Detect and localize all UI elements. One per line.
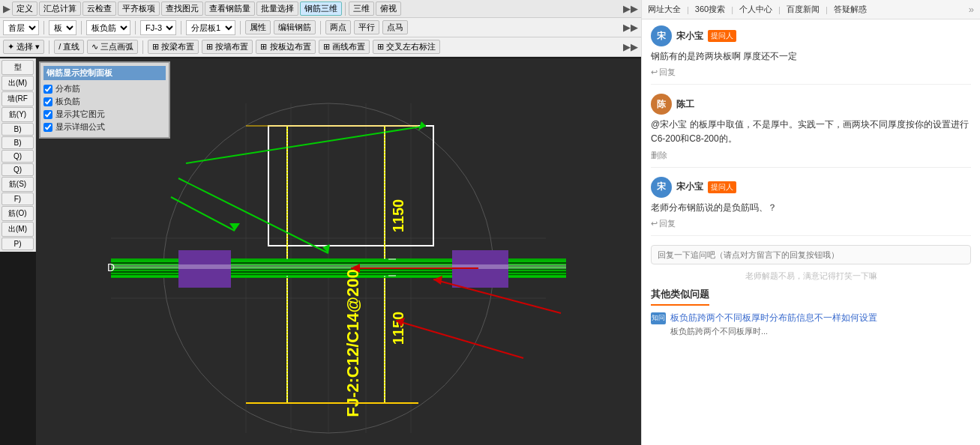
comment-1-header: 陈 陈工	[651, 94, 971, 115]
btn-top-view[interactable]: 俯视	[376, 1, 401, 16]
reply-input-area	[651, 245, 971, 264]
left-btn-6[interactable]: Q)	[1, 150, 34, 163]
left-btn-11[interactable]: 出(M)	[1, 222, 34, 237]
btn-select[interactable]: ✦ 选择 ▾	[3, 40, 44, 54]
btn-calc[interactable]: 汇总计算	[39, 1, 81, 16]
comment-1-avatar: 陈	[651, 94, 672, 115]
comment-1-delete[interactable]: 删除	[651, 150, 971, 161]
left-btn-5[interactable]: B)	[1, 136, 34, 149]
left-btn-9[interactable]: F)	[1, 193, 34, 205]
rebar-type-select[interactable]: 板负筋	[86, 20, 130, 35]
left-btn-1[interactable]: 出(M)	[1, 76, 34, 91]
toolbar-row3: ✦ 选择 ▾ / 直线 ∿ 三点画弧 ⊞ 按梁布置 ⊞ 按墙布置 ⊞ 按板边布置…	[0, 37, 641, 57]
nav-personal[interactable]: 个人中心	[739, 4, 772, 15]
cad-area: ▶ 定义 汇总计算 云检查 平齐板项 查找图元 查看钢筋量 批量选择 钢筋三维 …	[0, 0, 641, 445]
left-btn-3[interactable]: 筋(Y)	[1, 107, 34, 122]
dimension2: 1150	[390, 312, 406, 345]
reply-input[interactable]	[651, 245, 971, 264]
checkbox-row-1: 板负筋	[43, 96, 166, 107]
control-panel-title: 钢筋显示控制面板	[43, 66, 166, 80]
btn-3d-rebar[interactable]: 钢筋三维	[300, 1, 342, 16]
right-top-nav: 网址大全 | 360搜索 | 个人中心 | 百度新闻 | 答疑解惑 »	[642, 0, 980, 19]
checkbox-neg-rebar[interactable]	[43, 97, 52, 106]
comment-0-tag: 提问人	[708, 30, 736, 42]
expand-icon[interactable]: ▶	[3, 3, 10, 14]
left-toolbar: 型 出(M) 墙(RF 筋(Y) B) B) Q) Q) 筋(S) F) 筋(O…	[0, 58, 36, 252]
btn-line[interactable]: / 直线	[54, 40, 84, 54]
nav-more-icon[interactable]: »	[969, 4, 974, 15]
comment-2: 宋 宋小宝 提问人 老师分布钢筋说的是负筋吗、？ ↩ 回复	[651, 177, 971, 236]
btn-two-point[interactable]: 两点	[325, 20, 351, 34]
btn-by-edge[interactable]: ⊞ 按板边布置	[256, 40, 315, 54]
nav-site-nav[interactable]: 网址大全	[648, 4, 681, 15]
nav-answers[interactable]: 答疑解惑	[834, 4, 867, 15]
type-select[interactable]: 板	[49, 20, 76, 35]
btn-by-wall[interactable]: ⊞ 按墙布置	[202, 40, 253, 54]
similar-link-0[interactable]: 板负筋跨两个不同板厚时分布筋信息不一样如何设置	[670, 312, 877, 324]
more-icon[interactable]: ▶▶	[623, 3, 638, 14]
btn-arc[interactable]: ∿ 三点画弧	[87, 40, 138, 54]
comment-2-header: 宋 宋小宝 提问人	[651, 177, 971, 198]
comment-0-user: 宋小宝	[676, 30, 703, 43]
left-btn-10[interactable]: 筋(O)	[1, 206, 34, 221]
btn-point-m[interactable]: 点马	[382, 20, 408, 34]
label-neg-rebar: 板负筋	[55, 96, 80, 107]
right-content: 宋 宋小宝 提问人 钢筋有的是跨两块板啊 厚度还不一定 ↩ 回复 陈 陈工 @宋…	[642, 19, 980, 445]
toolbar-area: ▶ 定义 汇总计算 云检查 平齐板项 查找图元 查看钢筋量 批量选择 钢筋三维 …	[0, 0, 641, 57]
label-distribute: 分布筋	[55, 83, 80, 94]
btn-define[interactable]: 定义	[12, 1, 37, 16]
left-btn-7[interactable]: Q)	[1, 163, 34, 176]
btn-batch[interactable]: 批量选择	[256, 1, 298, 16]
btn-parallel[interactable]: 平行	[354, 20, 379, 34]
left-btn-8[interactable]: 筋(S)	[1, 177, 34, 192]
left-btn-2[interactable]: 墙(RF	[1, 91, 34, 106]
layer-select[interactable]: 分层板1	[186, 20, 235, 35]
checkbox-row-2: 显示其它图元	[43, 109, 166, 120]
sep3	[81, 21, 82, 34]
sep6	[240, 21, 241, 34]
btn-by-beam[interactable]: ⊞ 按梁布置	[148, 40, 199, 54]
svg-rect-24	[111, 264, 566, 269]
similar-title: 其他类似问题	[651, 288, 709, 306]
comment-2-user: 宋小宝	[676, 181, 703, 193]
floor-select[interactable]: 首层	[3, 20, 39, 35]
btn-props[interactable]: 属性	[245, 20, 271, 34]
comment-0-avatar: 宋	[651, 25, 672, 46]
btn-cross-mark[interactable]: ⊞ 交叉左右标注	[373, 40, 440, 54]
btn-find[interactable]: 查找图元	[161, 1, 203, 16]
btn-cloud[interactable]: 云检查	[82, 1, 116, 16]
checkbox-formula[interactable]	[43, 123, 52, 132]
more3-icon[interactable]: ▶▶	[623, 41, 638, 52]
checkbox-row-3: 显示详细公式	[43, 121, 166, 133]
comment-0-reply[interactable]: ↩ 回复	[651, 67, 971, 78]
label-formula: 显示详细公式	[55, 121, 105, 133]
left-btn-4[interactable]: B)	[1, 123, 34, 136]
sep5	[181, 21, 181, 34]
rebar-label: FJ-2:C12/C14@200	[343, 269, 362, 417]
nav-360-search[interactable]: 360搜索	[695, 4, 725, 15]
sep7	[320, 21, 321, 34]
btn-draw-line[interactable]: ⊞ 画线布置	[319, 40, 370, 54]
left-btn-0[interactable]: 型	[1, 60, 34, 75]
checkbox-row-0: 分布筋	[43, 83, 166, 94]
rebar-name-select[interactable]: FJ-3	[140, 20, 176, 35]
left-btn-12[interactable]: P)	[1, 237, 34, 250]
right-panel: 网址大全 | 360搜索 | 个人中心 | 百度新闻 | 答疑解惑 » 宋 宋小…	[641, 0, 980, 445]
control-panel: 钢筋显示控制面板 分布筋 板负筋 显示其它图元 显示详细公式	[39, 61, 170, 139]
btn-edit-rebar[interactable]: 编辑钢筋	[274, 20, 316, 34]
btn-view-qty[interactable]: 查看钢筋量	[205, 1, 255, 16]
d-label: D	[107, 261, 115, 273]
toolbar-row2: 首层 板 板负筋 FJ-3 分层板1 属性 编辑钢筋 两点 平行	[0, 18, 641, 37]
more2-icon[interactable]: ▶▶	[623, 22, 638, 33]
comment-1-text: @宋小宝 的板厚中取值，不是厚中。实践一下，画两块不同厚度按你的设置进行C6-2…	[651, 118, 971, 146]
checkbox-distribute[interactable]	[43, 85, 52, 94]
label-show-other: 显示其它图元	[55, 109, 105, 120]
comment-2-reply[interactable]: ↩ 回复	[651, 218, 971, 229]
comment-1: 陈 陈工 @宋小宝 的板厚中取值，不是厚中。实践一下，画两块不同厚度按你的设置进…	[651, 94, 971, 167]
btn-3d[interactable]: 三维	[349, 1, 374, 16]
similar-desc-0: 板负筋跨两个不同板厚时...	[670, 326, 877, 337]
nav-news[interactable]: 百度新闻	[787, 4, 820, 15]
checkbox-show-other[interactable]	[43, 110, 52, 119]
btn-align[interactable]: 平齐板项	[118, 1, 160, 16]
sep9	[142, 40, 143, 54]
